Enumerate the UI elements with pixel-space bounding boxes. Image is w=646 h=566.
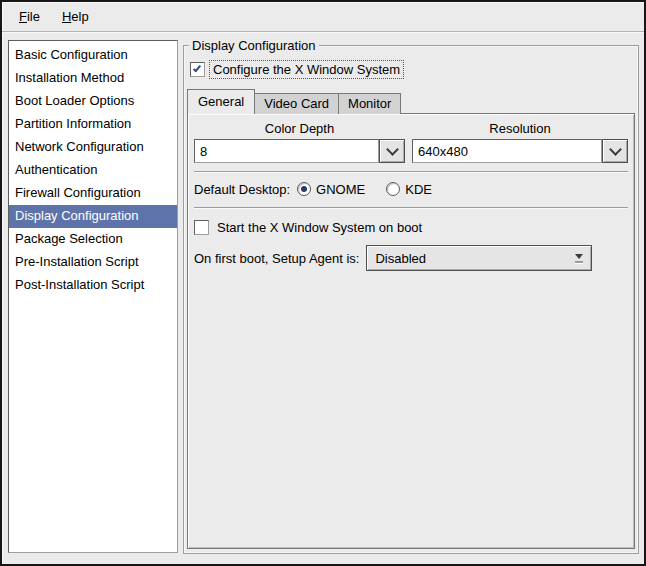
kickstart-configurator-window: File Help Basic Configuration Installati…: [0, 0, 646, 566]
category-list: Basic Configuration Installation Method …: [8, 40, 178, 553]
general-tab-panel: Color Depth Resolution 8 640x480 Default…: [187, 113, 635, 549]
tab-monitor[interactable]: Monitor: [338, 93, 401, 114]
color-depth-dropdown-button[interactable]: [379, 139, 405, 163]
sidebar-item-firewall-configuration[interactable]: Firewall Configuration: [9, 182, 177, 205]
menu-help-rest: elp: [71, 9, 88, 24]
option-menu-indicator-icon: [575, 254, 583, 263]
menu-file-rest: ile: [27, 9, 40, 24]
setup-agent-row: On first boot, Setup Agent is: Disabled: [194, 245, 628, 271]
start-x-row[interactable]: Start the X Window System on boot: [194, 219, 628, 236]
sidebar-item-pre-installation-script[interactable]: Pre-Installation Script: [9, 251, 177, 274]
default-desktop-row: Default Desktop: GNOME KDE: [194, 179, 628, 199]
sidebar-item-authentication[interactable]: Authentication: [9, 159, 177, 182]
sidebar-item-partition-information[interactable]: Partition Information: [9, 113, 177, 136]
menu-help[interactable]: Help: [51, 3, 100, 31]
menu-file[interactable]: File: [8, 3, 51, 31]
display-tabs: General Video Card Monitor: [187, 89, 400, 114]
color-depth-input[interactable]: 8: [194, 139, 379, 163]
combo-row: 8 640x480: [194, 139, 628, 163]
kde-radio-label: KDE: [405, 182, 432, 197]
menu-help-mnemonic: H: [62, 9, 71, 24]
tab-video-card[interactable]: Video Card: [254, 93, 339, 114]
sidebar-item-post-installation-script[interactable]: Post-Installation Script: [9, 274, 177, 297]
default-desktop-label: Default Desktop:: [194, 182, 290, 197]
radio-dot-icon: [301, 186, 307, 192]
tab-general[interactable]: General: [187, 89, 255, 114]
frame-title: Display Configuration: [189, 38, 319, 53]
chevron-down-icon: [386, 143, 399, 156]
sidebar-item-basic-configuration[interactable]: Basic Configuration: [9, 44, 177, 67]
start-x-label: Start the X Window System on boot: [213, 218, 426, 237]
separator: [194, 207, 628, 209]
gnome-radio-group[interactable]: GNOME: [297, 182, 379, 197]
setup-agent-value: Disabled: [375, 251, 426, 266]
setup-agent-option-menu[interactable]: Disabled: [366, 245, 592, 271]
display-configuration-frame: Display Configuration Configure the X Wi…: [183, 45, 639, 554]
chevron-down-icon: [609, 143, 622, 156]
setup-agent-label: On first boot, Setup Agent is:: [194, 251, 359, 266]
kde-radio-group[interactable]: KDE: [386, 182, 446, 197]
sidebar-item-installation-method[interactable]: Installation Method: [9, 67, 177, 90]
configure-x-checkbox[interactable]: [190, 62, 205, 77]
check-icon: [193, 64, 201, 73]
separator: [194, 171, 628, 173]
menu-file-mnemonic: F: [19, 9, 27, 24]
resolution-dropdown-button[interactable]: [602, 139, 628, 163]
menubar: File Help: [3, 3, 643, 31]
gnome-radio[interactable]: [297, 182, 311, 196]
gnome-radio-label: GNOME: [316, 182, 365, 197]
sidebar-item-package-selection[interactable]: Package Selection: [9, 228, 177, 251]
menubar-separator: [2, 31, 644, 33]
resolution-label: Resolution: [412, 121, 628, 136]
configure-x-row[interactable]: Configure the X Window System: [190, 60, 404, 79]
kde-radio[interactable]: [386, 182, 400, 196]
combo-label-row: Color Depth Resolution: [194, 121, 628, 136]
color-depth-label: Color Depth: [194, 121, 405, 136]
start-x-checkbox[interactable]: [194, 220, 209, 235]
resolution-input[interactable]: 640x480: [412, 139, 602, 163]
sidebar-item-network-configuration[interactable]: Network Configuration: [9, 136, 177, 159]
sidebar-item-boot-loader-options[interactable]: Boot Loader Options: [9, 90, 177, 113]
configure-x-label: Configure the X Window System: [209, 60, 404, 79]
sidebar-item-display-configuration[interactable]: Display Configuration: [9, 205, 177, 228]
